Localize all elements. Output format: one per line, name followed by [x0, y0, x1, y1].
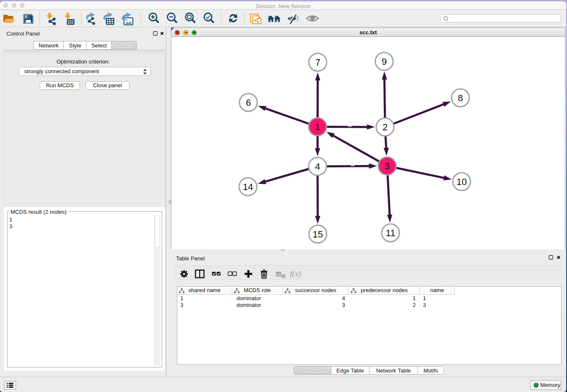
svg-text:f(x): f(x) — [290, 269, 301, 279]
svg-text:7: 7 — [315, 57, 320, 68]
svg-text:15: 15 — [313, 229, 323, 240]
svg-text:11: 11 — [386, 228, 396, 238]
svg-text:4: 4 — [315, 161, 320, 172]
svg-text:8: 8 — [458, 93, 463, 103]
svg-text:2: 2 — [383, 122, 388, 133]
svg-text:10: 10 — [457, 177, 467, 187]
svg-text:6: 6 — [246, 97, 251, 108]
svg-text:1: 1 — [315, 121, 320, 132]
svg-text:3: 3 — [385, 161, 390, 171]
svg-text:9: 9 — [382, 56, 387, 67]
svg-text:14: 14 — [243, 182, 253, 192]
